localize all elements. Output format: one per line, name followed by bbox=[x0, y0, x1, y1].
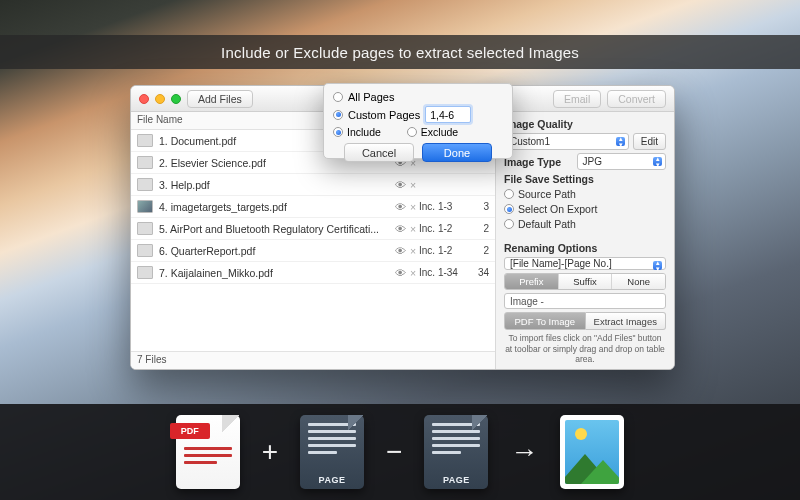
settings-panel: Image Quality Custom1▴▾ Edit Image Type … bbox=[496, 112, 674, 369]
plus-icon: + bbox=[262, 436, 278, 468]
page-count: 34 bbox=[469, 267, 489, 278]
extract-images-button[interactable]: Extract Images bbox=[586, 312, 667, 330]
window-minimize-button[interactable] bbox=[155, 94, 165, 104]
exclude-radio[interactable]: Exclude bbox=[407, 126, 458, 138]
default-path-radio[interactable]: Default Path bbox=[504, 218, 666, 230]
remove-icon[interactable]: × bbox=[407, 223, 419, 235]
include-range: Inc. 1-3 bbox=[419, 201, 469, 212]
renaming-options-label: Renaming Options bbox=[504, 242, 666, 254]
traffic-lights bbox=[139, 94, 181, 104]
page-range-input[interactable]: 1,4-6 bbox=[425, 106, 471, 123]
graphic-strip: PDF + PAGE − PAGE → bbox=[0, 404, 800, 500]
remove-icon[interactable]: × bbox=[407, 245, 419, 257]
minus-icon: − bbox=[386, 436, 402, 468]
select-on-export-radio[interactable]: Select On Export bbox=[504, 203, 666, 215]
file-thumb-icon bbox=[137, 178, 153, 191]
include-range: Inc. 1-34 bbox=[419, 267, 469, 278]
image-quality-select[interactable]: Custom1▴▾ bbox=[504, 133, 629, 150]
convert-button[interactable]: Convert bbox=[607, 90, 666, 108]
eye-icon[interactable]: 👁 bbox=[393, 201, 407, 213]
seg-none[interactable]: None bbox=[612, 274, 665, 289]
done-button[interactable]: Done bbox=[422, 143, 492, 162]
remove-icon[interactable]: × bbox=[407, 201, 419, 213]
custom-pages-label: Custom Pages bbox=[348, 109, 420, 121]
eye-icon[interactable]: 👁 bbox=[393, 223, 407, 235]
image-type-select[interactable]: JPG▴▾ bbox=[577, 153, 667, 170]
page-count: 2 bbox=[469, 245, 489, 256]
page-range-popover: All Pages Custom Pages 1,4-6 Include Exc… bbox=[323, 83, 513, 159]
renaming-select[interactable]: [File Name]-[Page No.]▴▾ bbox=[504, 257, 666, 270]
table-row[interactable]: 5. AirPort and Bluetooth Regulatory Cert… bbox=[131, 218, 495, 240]
pdf-icon: PDF bbox=[176, 415, 240, 489]
include-range: Inc. 1-2 bbox=[419, 223, 469, 234]
table-row[interactable]: 4. imagetargets_targets.pdf👁×Inc. 1-33 bbox=[131, 196, 495, 218]
edit-quality-button[interactable]: Edit bbox=[633, 133, 666, 150]
file-save-settings-label: File Save Settings bbox=[504, 173, 666, 185]
page-icon: PAGE bbox=[300, 415, 364, 489]
eye-icon[interactable]: 👁 bbox=[393, 245, 407, 257]
include-radio[interactable]: Include bbox=[333, 126, 381, 138]
page-icon: PAGE bbox=[424, 415, 488, 489]
add-files-button[interactable]: Add Files bbox=[187, 90, 253, 108]
file-name: 7. Kaijalainen_Mikko.pdf bbox=[159, 267, 393, 279]
all-pages-radio[interactable]: All Pages bbox=[333, 91, 503, 103]
file-thumb-icon bbox=[137, 244, 153, 257]
file-thumb-icon bbox=[137, 156, 153, 169]
arrow-right-icon: → bbox=[510, 436, 538, 468]
file-name: 6. QuarterReport.pdf bbox=[159, 245, 393, 257]
remove-icon[interactable]: × bbox=[407, 267, 419, 279]
image-quality-label: Image Quality bbox=[504, 118, 666, 130]
window-close-button[interactable] bbox=[139, 94, 149, 104]
eye-icon[interactable]: 👁 bbox=[393, 267, 407, 279]
pdf-to-image-button[interactable]: PDF To Image bbox=[504, 312, 586, 330]
seg-suffix[interactable]: Suffix bbox=[559, 274, 613, 289]
include-range: Inc. 1-2 bbox=[419, 245, 469, 256]
file-thumb-icon bbox=[137, 266, 153, 279]
table-row[interactable]: 7. Kaijalainen_Mikko.pdf👁×Inc. 1-3434 bbox=[131, 262, 495, 284]
page-count: 2 bbox=[469, 223, 489, 234]
window-zoom-button[interactable] bbox=[171, 94, 181, 104]
custom-pages-radio[interactable] bbox=[333, 110, 343, 120]
image-icon bbox=[560, 415, 624, 489]
file-name: 3. Help.pdf bbox=[159, 179, 393, 191]
remove-icon[interactable]: × bbox=[407, 179, 419, 191]
file-thumb-icon bbox=[137, 200, 153, 213]
custom-affix-input[interactable]: Image - bbox=[504, 293, 666, 310]
promo-banner: Include or Exclude pages to extract sele… bbox=[0, 35, 800, 69]
source-path-radio[interactable]: Source Path bbox=[504, 188, 666, 200]
cancel-button[interactable]: Cancel bbox=[344, 143, 414, 162]
table-row[interactable]: 3. Help.pdf👁× bbox=[131, 174, 495, 196]
table-row[interactable]: 6. QuarterReport.pdf👁×Inc. 1-22 bbox=[131, 240, 495, 262]
page-count: 3 bbox=[469, 201, 489, 212]
file-thumb-icon bbox=[137, 134, 153, 147]
email-button[interactable]: Email bbox=[553, 90, 601, 108]
eye-icon[interactable]: 👁 bbox=[393, 179, 407, 191]
file-thumb-icon bbox=[137, 222, 153, 235]
file-name: 4. imagetargets_targets.pdf bbox=[159, 201, 393, 213]
file-list: 1. Document.pdf👁×2. Elsevier Science.pdf… bbox=[131, 130, 495, 351]
import-hint: To import files click on "Add Files" but… bbox=[504, 333, 666, 365]
affix-segmented-control[interactable]: Prefix Suffix None bbox=[504, 273, 666, 290]
file-count-footer: 7 Files bbox=[131, 351, 495, 369]
file-name: 5. AirPort and Bluetooth Regulatory Cert… bbox=[159, 223, 393, 235]
image-type-label: Image Type bbox=[504, 156, 573, 168]
seg-prefix[interactable]: Prefix bbox=[505, 274, 559, 289]
